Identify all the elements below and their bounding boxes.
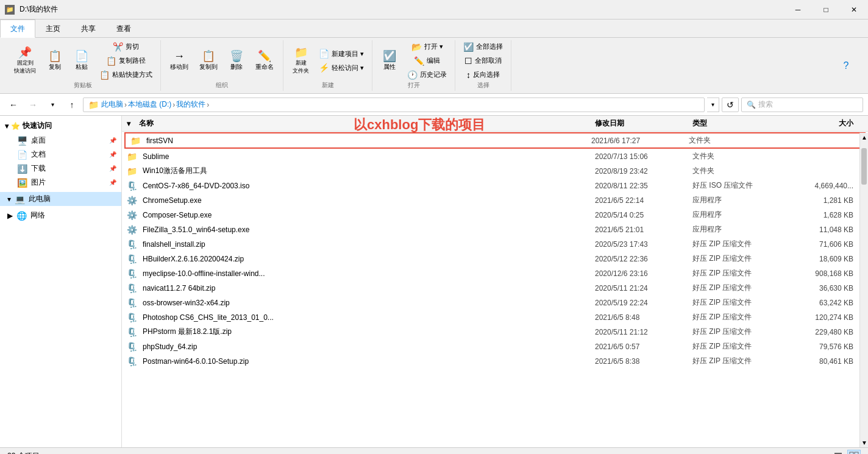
column-name[interactable]: 名称 [139, 118, 595, 129]
file-item-postman[interactable]: 🗜️ Postman-win64-6.0.10-Setup.zip 2021/6… [122, 354, 868, 369]
file-name: myeclipse-10.0-offline-installer-wind... [143, 269, 595, 278]
back-button[interactable]: ← [5, 96, 22, 113]
copy-button[interactable]: 📋 复制 [43, 45, 67, 77]
scrollbar[interactable]: ▲ ▼ [859, 133, 868, 447]
file-name: phpStudy_64.zip [143, 342, 595, 351]
scroll-up-button[interactable]: ▲ [860, 133, 868, 142]
easy-access-button[interactable]: ⚡ 轻松访问 ▾ [316, 62, 367, 74]
file-type: 应用程序 [692, 195, 802, 205]
title-bar: 📁 D:\我的软件 ─ □ ✕ [0, 0, 868, 20]
pictures-pin-icon[interactable]: 📌 [109, 179, 116, 186]
file-item-win10[interactable]: 📁 Win10激活备用工具 2020/8/19 23:42 文件夹 [122, 164, 868, 179]
properties-button[interactable]: ☑️ 属性 [377, 45, 402, 77]
address-dropdown-button[interactable]: ▾ [707, 98, 719, 112]
nav-item-desktop[interactable]: 🖥️ 桌面 📌 [0, 133, 121, 147]
file-item-finalshell[interactable]: 🗜️ finalshell_install.zip 2020/5/23 17:4… [122, 237, 868, 252]
tab-file[interactable]: 文件 [0, 20, 35, 38]
details-view-button[interactable] [847, 450, 861, 455]
column-type[interactable]: 类型 [692, 118, 802, 129]
file-item-myeclipse[interactable]: 🗜️ myeclipse-10.0-offline-installer-wind… [122, 266, 868, 281]
this-pc-chevron: ▾ [7, 195, 11, 204]
cut-button[interactable]: ✂️ 剪切 [96, 40, 155, 53]
up-button[interactable]: ↑ [63, 96, 80, 113]
file-type: 文件夹 [692, 166, 802, 176]
zip-icon: 🗜️ [127, 254, 139, 264]
path-my-software[interactable]: 我的软件 [176, 99, 205, 110]
column-date[interactable]: 修改日期 [595, 118, 692, 129]
tab-home[interactable]: 主页 [35, 20, 71, 38]
quick-access-header[interactable]: ▾ ⭐ 快速访问 [0, 118, 121, 133]
file-item-hbuilder[interactable]: 🗜️ HBuilderX.2.6.16.20200424.zip 2020/5/… [122, 252, 868, 266]
copy-path-button[interactable]: 📋 复制路径 [96, 54, 155, 67]
new-folder-button[interactable]: 📁 新建文件夹 [288, 45, 313, 77]
tab-view[interactable]: 查看 [106, 20, 141, 38]
forward-button[interactable]: → [24, 96, 41, 113]
pin-quick-access-button[interactable]: 📌 固定到快速访问 [10, 45, 40, 77]
nav-item-network[interactable]: ▶ 🌐 网络 [0, 208, 121, 222]
file-item-oss[interactable]: 🗜️ oss-browser-win32-x64.zip 2020/5/19 2… [122, 296, 868, 310]
file-type: 应用程序 [692, 210, 802, 220]
path-local-disk[interactable]: 本地磁盘 (D:) [128, 99, 171, 110]
maximize-button[interactable]: □ [812, 0, 840, 20]
search-box[interactable]: 🔍 搜索 [741, 98, 863, 112]
file-name: navicat11.2.7 64bit.zip [143, 284, 595, 293]
scroll-thumb[interactable] [861, 148, 867, 185]
title-bar-title: D:\我的软件 [20, 4, 58, 15]
minimize-button[interactable]: ─ [784, 0, 812, 20]
tab-share[interactable]: 共享 [71, 20, 106, 38]
ribbon-group-clipboard: 📌 固定到快速访问 📋 复制 📄 粘贴 ✂️ 剪切 [5, 40, 161, 91]
documents-label: 文档 [31, 149, 105, 160]
file-item-phpstudy[interactable]: 🗜️ phpStudy_64.zip 2021/6/5 0:57 好压 ZIP … [122, 339, 868, 354]
file-item-composer[interactable]: ⚙️ Composer-Setup.exe 2020/5/14 0:25 应用程… [122, 208, 868, 222]
file-item-filezilla[interactable]: ⚙️ FileZilla_3.51.0_win64-setup.exe 2021… [122, 222, 868, 237]
file-date: 2020/5/12 22:36 [595, 255, 692, 263]
paste-shortcut-button[interactable]: 📋 粘贴快捷方式 [96, 68, 155, 81]
address-path[interactable]: 📁 此电脑 › 本地磁盘 (D:) › 我的软件 › [83, 98, 705, 112]
refresh-button[interactable]: ↺ [722, 98, 739, 112]
edit-button[interactable]: ✏️ 编辑 [404, 54, 450, 67]
exe-icon: ⚙️ [127, 210, 139, 220]
documents-pin-icon[interactable]: 📌 [109, 151, 116, 158]
file-item-navicat[interactable]: 🗜️ navicat11.2.7 64bit.zip 2020/5/11 21:… [122, 281, 868, 296]
recent-locations-button[interactable]: ▾ [44, 96, 61, 113]
delete-button[interactable]: 🗑️ 删除 [224, 45, 249, 77]
file-item-sublime[interactable]: 📁 Sublime 2020/7/13 15:06 文件夹 [122, 149, 868, 164]
file-item-chrome[interactable]: ⚙️ ChromeSetup.exe 2021/6/5 22:14 应用程序 1… [122, 193, 868, 208]
file-item-photoshop[interactable]: 🗜️ Photoshop CS6_CHS_lite_2013_01_0... 2… [122, 310, 868, 325]
help-button[interactable]: ? [834, 59, 858, 73]
file-item-centos[interactable]: 🗜️ CentOS-7-x86_64-DVD-2003.iso 2020/8/1… [122, 179, 868, 193]
file-date: 2020/5/11 21:24 [595, 284, 692, 293]
file-item-phpstorm[interactable]: 🗜️ PHPstorm 最新18.2.1版.zip 2020/5/11 21:1… [122, 325, 868, 339]
quick-access-icon: ⭐ [11, 122, 20, 130]
ribbon-group-open: ☑️ 属性 📂 打开 ▾ ✏️ 编辑 🕐 历史记录 [372, 40, 455, 91]
close-button[interactable]: ✕ [840, 0, 868, 20]
desktop-pin-icon[interactable]: 📌 [109, 137, 116, 144]
new-item-button[interactable]: 📄 新建项目 ▾ [316, 48, 367, 60]
file-item-firstsvn[interactable]: 📁 firstSVN 2021/6/6 17:27 文件夹 [124, 132, 866, 149]
open-button[interactable]: 📂 打开 ▾ [404, 40, 450, 53]
file-name: Postman-win64-6.0.10-Setup.zip [143, 357, 595, 366]
path-this-pc[interactable]: 此电脑 [101, 99, 123, 110]
file-date: 2020/7/13 15:06 [595, 152, 692, 161]
move-to-button[interactable]: → 移动到 [166, 45, 193, 77]
invert-selection-button[interactable]: ↕️ 反向选择 [460, 68, 506, 81]
select-none-button[interactable]: ☐ 全部取消 [460, 54, 506, 67]
select-all-button[interactable]: ☑️ 全部选择 [460, 40, 506, 53]
downloads-pin-icon[interactable]: 📌 [109, 165, 116, 172]
history-button[interactable]: 🕐 历史记录 [404, 68, 450, 81]
nav-item-documents[interactable]: 📄 文档 📌 [0, 147, 121, 161]
list-view-icon [833, 452, 843, 455]
file-type: 文件夹 [692, 151, 802, 161]
column-size[interactable]: 大小 [802, 118, 863, 129]
nav-item-this-pc[interactable]: ▾ 💻 此电脑 [0, 192, 121, 206]
nav-item-pictures[interactable]: 🖼️ 图片 📌 [0, 176, 121, 190]
nav-item-downloads[interactable]: ⬇️ 下载 📌 [0, 161, 121, 176]
zip-icon: 🗜️ [127, 342, 139, 352]
rename-button[interactable]: ✏️ 重命名 [251, 45, 278, 77]
scroll-down-button[interactable]: ▼ [860, 438, 868, 447]
copy-to-button[interactable]: 📋 复制到 [195, 45, 222, 77]
list-view-button[interactable] [831, 450, 845, 455]
paste-button[interactable]: 📄 粘贴 [69, 45, 94, 77]
scroll-track[interactable] [860, 142, 868, 438]
file-size: 229,480 KB [802, 328, 863, 336]
